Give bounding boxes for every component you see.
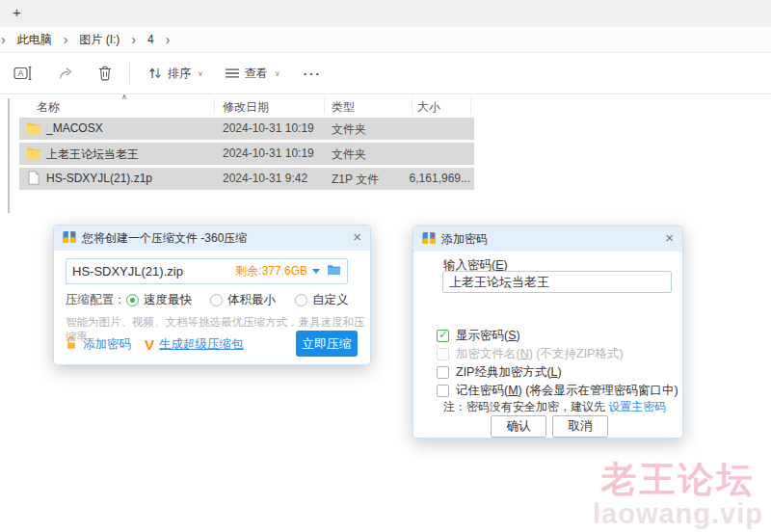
share-button[interactable] <box>50 60 83 87</box>
rename-icon: A <box>13 66 33 81</box>
breadcrumb: › 此电脑 › 图片 (I:) › 4 › <box>0 27 771 53</box>
radio-label: 速度最快 <box>144 292 192 308</box>
radio-custom[interactable]: 自定义 <box>295 292 349 308</box>
list-header: ∧ 名称 修改日期 类型 大小 <box>9 96 519 118</box>
v-super-compress-icon: V <box>145 336 154 353</box>
checkbox-label: 记住密码(M) (将会显示在管理密码窗口中) <box>456 383 678 399</box>
file-name: _MACOSX <box>46 121 103 135</box>
checkbox-icon[interactable] <box>437 330 449 342</box>
browse-folder-icon[interactable] <box>327 264 341 279</box>
radio-fastest-speed[interactable]: 速度最快 <box>126 292 192 308</box>
zip-app-icon <box>63 230 76 247</box>
checkbox-remember-password[interactable]: 记住密码(M) (将会显示在管理密码窗口中) <box>437 383 678 399</box>
pane-splitter[interactable] <box>8 98 10 213</box>
breadcrumb-drive[interactable]: 图片 (I:) <box>75 30 123 50</box>
chevron-right-icon: › <box>123 33 144 46</box>
column-divider[interactable] <box>324 98 325 114</box>
super-compress-link[interactable]: 生成超级压缩包 <box>159 336 244 353</box>
chevron-right-icon: › <box>56 33 76 46</box>
delete-button[interactable] <box>91 60 120 87</box>
zip-app-icon <box>422 231 436 248</box>
chevron-down-icon: ∨ <box>198 69 203 78</box>
compress-dialog: 您将创建一个压缩文件 -360压缩 × HS-SDXYJL(21).zip 剩余… <box>53 225 371 365</box>
more-icon: ··· <box>304 66 322 81</box>
file-row[interactable]: 上老王论坛当老王 2024-10-31 10:19 文件夹 <box>19 143 474 165</box>
checkbox-label: 显示密码(S) <box>456 328 520 344</box>
compress-dialog-titlebar[interactable]: 您将创建一个压缩文件 -360压缩 × <box>54 226 370 251</box>
checkbox-show-password[interactable]: 显示密码(S) <box>437 328 520 344</box>
password-dialog: 添加密码 × 输入密码(E) 显示密码(S) 加密文件名(N) (不支持ZIP格… <box>412 226 683 439</box>
column-header-type[interactable]: 类型 <box>332 99 355 116</box>
file-date: 2024-10-31 10:19 <box>223 121 314 135</box>
file-date: 2024-10-31 10:19 <box>223 146 314 160</box>
checkbox-label: 加密文件名(N) (不支持ZIP格式) <box>456 346 624 362</box>
checkbox-icon[interactable] <box>437 385 449 397</box>
chevron-down-icon: ∨ <box>275 69 280 78</box>
free-space-label: 剩余:377.6GB <box>235 263 307 279</box>
radio-label: 自定义 <box>312 292 349 308</box>
view-button[interactable]: 查看 ∨ <box>217 60 288 88</box>
dropdown-arrow-icon[interactable] <box>312 269 320 274</box>
svg-text:A: A <box>17 68 23 78</box>
radio-icon[interactable] <box>210 294 223 306</box>
new-tab-button[interactable]: + <box>13 4 21 20</box>
toolbar-divider <box>129 63 130 84</box>
file-name: 上老王论坛当老王 <box>46 146 139 163</box>
add-password-link[interactable]: 添加密码 <box>83 336 131 353</box>
radio-label: 体积最小 <box>227 292 276 308</box>
checkbox-encrypt-filename: 加密文件名(N) (不支持ZIP格式) <box>437 346 624 362</box>
file-type: 文件夹 <box>332 146 366 163</box>
file-row[interactable]: _MACOSX 2024-10-31 10:19 文件夹 <box>19 118 474 140</box>
file-row[interactable]: HS-SDXYJL(21).z1p 2024-10-31 9:42 Z1P 文件… <box>19 168 474 190</box>
password-note: 注：密码没有安全加密，建议先 设置主密码 <box>443 399 666 415</box>
watermark-title: 老王论坛 <box>593 462 763 499</box>
file-icon <box>28 171 40 188</box>
config-label: 压缩配置： <box>66 292 126 308</box>
cancel-button[interactable]: 取消 <box>552 415 608 438</box>
file-type: Z1P 文件 <box>332 172 379 188</box>
sort-button[interactable]: 排序 ∨ <box>140 60 211 88</box>
column-header-size[interactable]: 大小 <box>417 99 440 116</box>
column-header-date[interactable]: 修改日期 <box>223 99 269 116</box>
file-type: 文件夹 <box>332 121 366 138</box>
archive-name-field[interactable]: HS-SDXYJL(21).zip 剩余:377.6GB <box>66 258 348 284</box>
password-dialog-titlebar[interactable]: 添加密码 × <box>413 226 682 252</box>
column-divider[interactable] <box>470 98 471 114</box>
column-header-name[interactable]: 名称 <box>37 99 60 116</box>
breadcrumb-this-pc[interactable]: 此电脑 <box>13 30 56 50</box>
sort-ascending-icon: ∧ <box>121 93 127 101</box>
watermark-url: laowang.vip <box>593 499 763 528</box>
file-date: 2024-10-31 9:42 <box>223 172 307 185</box>
view-icon <box>225 66 240 80</box>
dialog-title: 添加密码 <box>441 231 488 248</box>
folder-icon <box>26 121 41 137</box>
watermark: 老王论坛 laowang.vip <box>593 462 763 528</box>
checkbox-icon <box>437 348 449 360</box>
toolbar: A 排序 ∨ 查看 ∨ ··· <box>0 53 771 94</box>
close-icon[interactable]: × <box>665 230 674 245</box>
close-icon[interactable]: × <box>353 229 361 244</box>
column-divider[interactable] <box>214 98 215 114</box>
radio-icon[interactable] <box>126 294 139 306</box>
checkbox-zip-classic-encryption[interactable]: ZIP经典加密方式(L) <box>437 364 562 381</box>
file-size: 6,161,969... <box>410 172 470 185</box>
breadcrumb-folder[interactable]: 4 <box>144 31 158 48</box>
column-divider[interactable] <box>412 98 412 114</box>
checkbox-label: ZIP经典加密方式(L) <box>456 364 562 381</box>
sort-label: 排序 <box>168 66 191 82</box>
chevron-right-icon: › <box>158 33 178 46</box>
archive-filename[interactable]: HS-SDXYJL(21).zip <box>72 264 235 279</box>
radio-icon[interactable] <box>295 294 307 306</box>
dialog-links: 添加密码 V 生成超级压缩包 <box>66 336 244 353</box>
password-input[interactable] <box>442 271 672 293</box>
radio-smallest-size[interactable]: 体积最小 <box>210 292 276 308</box>
more-options-button[interactable]: ··· <box>296 61 330 87</box>
folder-icon <box>26 146 41 162</box>
rename-button[interactable]: A <box>6 60 40 87</box>
checkbox-icon[interactable] <box>437 366 449 379</box>
view-label: 查看 <box>245 66 268 82</box>
sort-icon <box>147 66 163 81</box>
set-master-password-link[interactable]: 设置主密码 <box>608 400 666 413</box>
confirm-button[interactable]: 确认 <box>491 415 546 438</box>
compress-now-button[interactable]: 立即压缩 <box>296 331 358 357</box>
